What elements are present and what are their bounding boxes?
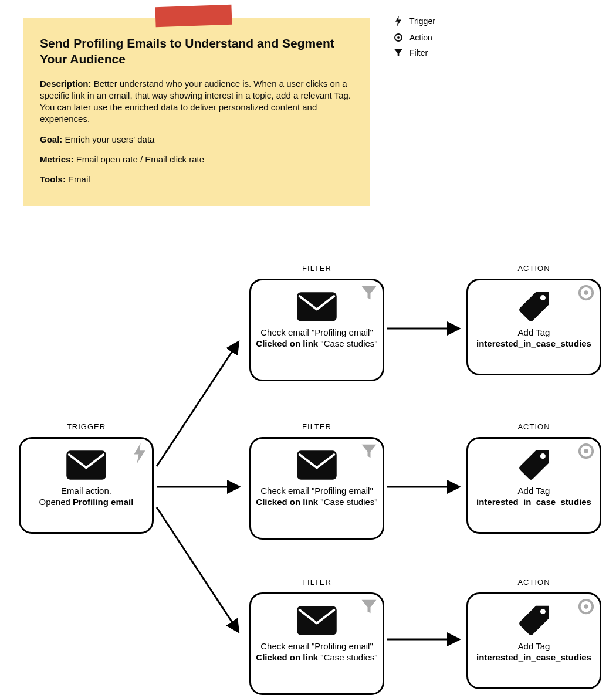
funnel-icon: [360, 442, 378, 463]
filter2-l1b: "Profiling email": [312, 486, 373, 496]
legend-filter-label: Filter: [409, 48, 428, 57]
action-line2: interested_in_case_studies: [473, 497, 595, 508]
funnel-icon: [360, 284, 378, 304]
goal-label: Goal:: [40, 134, 62, 144]
metrics-text: Email open rate / Email click rate: [76, 154, 204, 164]
target-icon: [577, 284, 595, 304]
envelope-icon: [256, 605, 378, 636]
tag-icon: [473, 605, 595, 636]
action1-tag: interested_in_case_studies: [476, 338, 591, 348]
tape-graphic: [155, 5, 232, 28]
filter1-l1a: Check email: [260, 327, 312, 337]
action-line1: Add Tag: [473, 486, 595, 497]
filter3-l1a: Check email: [260, 641, 312, 651]
tag-icon: [473, 291, 595, 323]
target-icon: [577, 442, 595, 463]
legend-filter: Filter: [393, 48, 435, 57]
filter1-l1b: "Profiling email": [312, 327, 373, 337]
trigger-card: Email action. Opened Profiling email: [19, 437, 154, 534]
funnel-icon: [393, 48, 404, 57]
filter2-l2a: Clicked on link: [256, 497, 318, 507]
trigger-line2-bold: Profiling email: [73, 497, 133, 507]
target-icon: [577, 598, 595, 618]
note-title: Send Profiling Emails to Understand and …: [40, 35, 353, 67]
action-line1: Add Tag: [473, 641, 595, 652]
note-metrics: Metrics: Email open rate / Email click r…: [40, 154, 353, 165]
action-card-3: Add Tag interested_in_case_studies: [466, 592, 601, 689]
heading-trigger: TRIGGER: [19, 422, 154, 431]
legend-action-label: Action: [409, 33, 432, 42]
action-line2: interested_in_case_studies: [473, 652, 595, 663]
legend-trigger-label: Trigger: [409, 16, 435, 26]
legend-trigger: Trigger: [393, 15, 435, 27]
goal-text: Enrich your users' data: [65, 134, 155, 144]
note-description: Description: Better understand who your …: [40, 78, 353, 126]
metrics-label: Metrics:: [40, 154, 74, 164]
bolt-icon: [132, 442, 147, 467]
note-goal: Goal: Enrich your users' data: [40, 134, 353, 145]
heading-filter-3: FILTER: [249, 578, 384, 587]
filter-line2: Clicked on link "Case studies": [256, 338, 378, 350]
filter3-l2a: Clicked on link: [256, 652, 318, 662]
heading-filter-2: FILTER: [249, 422, 384, 431]
filter1-l2b: "Case studies": [318, 338, 378, 348]
bolt-icon: [393, 15, 404, 27]
funnel-icon: [360, 598, 378, 618]
filter1-l2a: Clicked on link: [256, 338, 318, 348]
trigger-line2: Opened Profiling email: [25, 497, 147, 508]
filter-line2: Clicked on link "Case studies": [256, 652, 378, 663]
envelope-icon: [256, 291, 378, 323]
envelope-icon: [256, 449, 378, 481]
svg-line-6: [157, 507, 238, 631]
action3-tag: interested_in_case_studies: [476, 652, 591, 662]
filter-card-1: Check email "Profiling email" Clicked on…: [249, 279, 384, 381]
heading-action-1: ACTION: [466, 264, 601, 273]
filter3-l1b: "Profiling email": [312, 641, 373, 651]
heading-filter-1: FILTER: [249, 264, 384, 273]
info-note: Send Profiling Emails to Understand and …: [23, 18, 370, 206]
description-label: Description:: [40, 79, 92, 89]
filter-line1: Check email "Profiling email": [256, 641, 378, 652]
legend-action: Action: [393, 33, 435, 42]
filter2-l1a: Check email: [260, 486, 312, 496]
action-line2: interested_in_case_studies: [473, 338, 595, 350]
svg-line-4: [157, 343, 238, 466]
filter-card-3: Check email "Profiling email" Clicked on…: [249, 592, 384, 695]
filter2-l2b: "Case studies": [318, 497, 378, 507]
legend: Trigger Action Filter: [393, 15, 435, 63]
tag-icon: [473, 449, 595, 481]
action-card-2: Add Tag interested_in_case_studies: [466, 437, 601, 534]
note-tools: Tools: Email: [40, 174, 353, 185]
action-line1: Add Tag: [473, 327, 595, 338]
trigger-line2-prefix: Opened: [39, 497, 73, 507]
filter-line1: Check email "Profiling email": [256, 327, 378, 338]
heading-action-2: ACTION: [466, 422, 601, 431]
target-icon: [393, 33, 404, 42]
action2-tag: interested_in_case_studies: [476, 497, 591, 507]
trigger-line1: Email action.: [25, 486, 147, 497]
tools-text: Email: [68, 174, 90, 184]
heading-action-3: ACTION: [466, 578, 601, 587]
filter3-l2b: "Case studies": [318, 652, 378, 662]
filter-card-2: Check email "Profiling email" Clicked on…: [249, 437, 384, 540]
action-card-1: Add Tag interested_in_case_studies: [466, 279, 601, 375]
flow-diagram: TRIGGER Email action. Opened Profiling e…: [0, 252, 616, 698]
filter-line2: Clicked on link "Case studies": [256, 497, 378, 508]
envelope-icon: [25, 449, 147, 481]
filter-line1: Check email "Profiling email": [256, 486, 378, 497]
tools-label: Tools:: [40, 174, 66, 184]
